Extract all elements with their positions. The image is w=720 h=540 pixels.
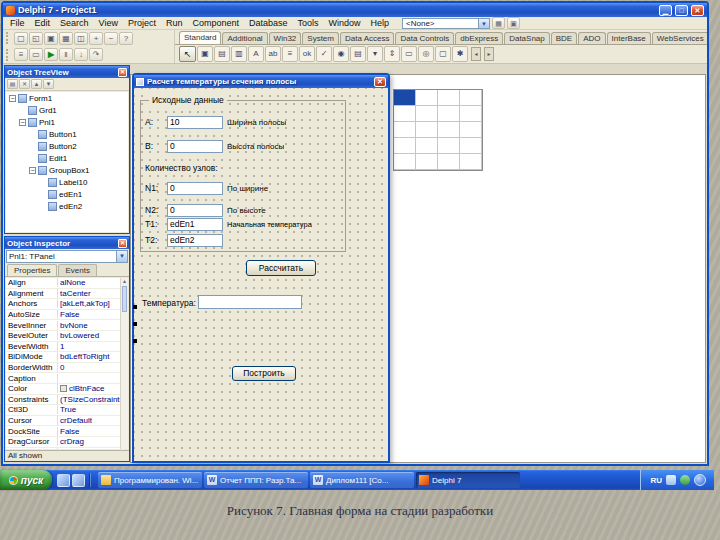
new-icon[interactable]: ▢ [14,32,28,45]
property-row[interactable]: AlignmenttaCenter [6,289,120,300]
task-button-word-doc[interactable]: Отчет ППП: Разр.Та... [204,472,308,488]
edit-t1[interactable] [167,218,223,231]
menu-component[interactable]: Component [187,18,244,28]
scrollbar-thumb[interactable] [122,286,127,312]
edit-b[interactable] [167,140,223,153]
property-value[interactable]: alNone [58,278,120,287]
palette-tab-webservices[interactable]: WebServices [652,32,707,44]
pause-icon[interactable]: ‖ [59,48,73,61]
trace-into-icon[interactable]: ↓ [74,48,88,61]
property-row[interactable]: DockSiteFalse [6,426,120,437]
close-icon[interactable]: ✕ [374,77,386,87]
plot-button[interactable]: Построить [232,366,296,381]
selection-handle[interactable] [133,322,137,326]
property-row[interactable]: BevelInnerbvNone [6,320,120,331]
component-popupmenu-icon[interactable]: ▥ [231,46,247,62]
component-edit-icon[interactable]: ab [265,46,281,62]
object-treeview-titlebar[interactable]: Object TreeView ✕ [5,66,129,78]
tray-status-icon[interactable] [680,475,690,485]
open-project-icon[interactable]: ◫ [74,32,88,45]
input-data-groupbox[interactable]: Исходные данные Количество узлов: A:Шири… [140,100,346,252]
menu-view[interactable]: View [94,18,123,28]
grid-cell[interactable] [416,122,438,138]
inspector-object-combo[interactable]: Pnl1: TPanel ▼ [6,250,128,263]
menu-search[interactable]: Search [55,18,94,28]
grid-cell[interactable] [416,138,438,154]
property-value[interactable]: crDefault [58,416,120,425]
component-panel-icon[interactable]: ▢ [435,46,451,62]
inspector-tab-events[interactable]: Events [58,264,96,276]
open-icon[interactable]: ◱ [29,32,43,45]
inspector-tab-properties[interactable]: Properties [7,264,57,276]
grid-cell[interactable] [460,138,482,154]
grid-cell[interactable] [416,90,438,106]
tray-messenger-icon[interactable] [694,474,706,486]
tree-item-form1[interactable]: −Form1 [6,92,128,104]
property-row[interactable]: Constraints(TSizeConstraints) [6,395,120,406]
task-button-delphi[interactable]: Delphi 7 [416,472,520,488]
selection-cursor-button[interactable]: ↖ [179,46,196,62]
property-row[interactable]: ColorclBtnFace [6,384,120,395]
property-value[interactable]: True [58,405,120,414]
property-value[interactable]: dkDrag [58,448,120,449]
menu-tools[interactable]: Tools [293,18,324,28]
close-icon[interactable]: ✕ [118,68,127,77]
property-row[interactable]: Anchors[akLeft,akTop] [6,299,120,310]
property-row[interactable]: BevelWidth1 [6,342,120,353]
grid-cell[interactable] [438,138,460,154]
menu-edit[interactable]: Edit [30,18,56,28]
form-titlebar[interactable]: Расчет температуры сечения полосы ✕ [134,75,388,88]
grid-cell[interactable] [438,90,460,106]
tree-new-item-icon[interactable]: ▤ [7,79,18,89]
tree-delete-item-icon[interactable]: ✕ [19,79,30,89]
tree-item-label10[interactable]: Label10 [6,176,128,188]
grid-cell[interactable] [416,106,438,122]
menu-project[interactable]: Project [123,18,161,28]
selection-handle[interactable] [133,305,137,309]
tree-item-eden2[interactable]: edEn2 [6,200,128,212]
property-row[interactable]: BiDiModebdLeftToRight [6,352,120,363]
save-desktop-icon[interactable]: ▦ [492,17,505,29]
palette-tab-standard[interactable]: Standard [179,31,221,44]
property-value[interactable]: crDrag [58,437,120,446]
menu-help[interactable]: Help [366,18,395,28]
palette-tab-additional[interactable]: Additional [222,32,267,44]
grid-cell[interactable] [438,154,460,170]
tree-item-button2[interactable]: Button2 [6,140,128,152]
grid-cell[interactable] [394,122,416,138]
quick-launch-icon[interactable] [72,474,85,487]
property-row[interactable]: Ctl3DTrue [6,405,120,416]
chevron-down-icon[interactable]: ▼ [478,19,489,28]
string-grid[interactable] [393,89,483,171]
remove-file-from-project-icon[interactable]: − [104,32,118,45]
run-icon[interactable]: ▶ [44,48,58,61]
component-combobox-icon[interactable]: ▾ [367,46,383,62]
start-button[interactable]: пуск [0,470,52,490]
grid-cell[interactable] [438,122,460,138]
tree-item-groupbox1[interactable]: −GroupBox1 [6,164,128,176]
component-button-icon[interactable]: ok [299,46,315,62]
property-row[interactable]: DragKinddkDrag [6,448,120,450]
tree-item-pnl1[interactable]: −Pnl1 [6,116,128,128]
edit-a[interactable] [167,116,223,129]
component-frames-icon[interactable]: ▣ [197,46,213,62]
grid-cell[interactable] [460,90,482,106]
property-value[interactable]: 1 [58,342,120,351]
property-row[interactable]: BevelOuterbvLowered [6,331,120,342]
component-groupbox-icon[interactable]: ▭ [401,46,417,62]
tree-expander-icon[interactable]: − [29,167,36,174]
language-indicator[interactable]: RU [650,476,662,485]
selection-handle[interactable] [133,339,137,343]
palette-tab-win32[interactable]: Win32 [269,32,302,44]
grid-cell[interactable] [394,90,416,106]
component-radiobutton-icon[interactable]: ◉ [333,46,349,62]
property-value[interactable]: False [58,427,120,436]
form-design-surface[interactable]: Исходные данные Количество узлов: A:Шири… [134,88,388,461]
palette-tab-ado[interactable]: ADO [578,32,605,44]
component-listbox-icon[interactable]: ▤ [350,46,366,62]
tray-volume-icon[interactable] [666,475,676,485]
grid-cell[interactable] [438,106,460,122]
quick-launch-icon[interactable] [57,474,70,487]
help-contents-icon[interactable]: ? [119,32,133,45]
maximize-button[interactable]: □ [675,5,688,16]
